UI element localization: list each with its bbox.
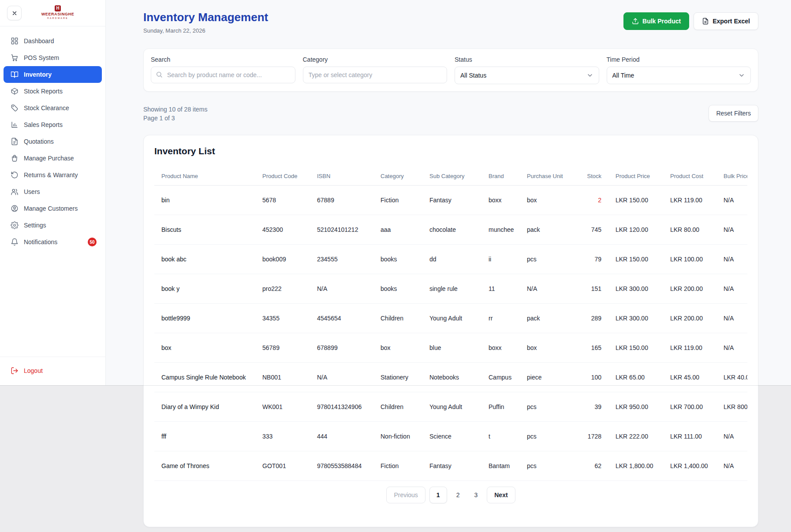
cell-code: 34355	[255, 304, 310, 333]
file-text-icon	[11, 138, 19, 145]
cell-name: book abc	[154, 245, 255, 274]
status-label: Status	[455, 56, 599, 63]
header-actions: Bulk Product Export Excel	[623, 12, 758, 30]
sidebar-item-label: Inventory	[24, 71, 52, 78]
inventory-list-title: Inventory List	[154, 146, 747, 156]
cart-icon	[11, 54, 19, 62]
sidebar-item-notifications[interactable]: Notifications50	[4, 234, 102, 250]
cell-price: LKR 150.00	[608, 333, 663, 363]
column-header-product-price: Product Price	[608, 169, 663, 186]
cell-unit: box	[520, 333, 576, 363]
search-icon	[156, 71, 163, 78]
users-icon	[11, 188, 19, 196]
sidebar-item-manage-customers[interactable]: Manage Customers	[4, 200, 102, 217]
page-button-2[interactable]: 2	[451, 487, 465, 503]
sidebar-item-settings[interactable]: Settings	[4, 217, 102, 234]
table-row[interactable]: fff333444Non-fictionSciencetpcs1728LKR 2…	[154, 422, 747, 451]
summary-row: Showing 10 of 28 items Page 1 of 3 Reset…	[143, 105, 758, 123]
cell-cost: LKR 100.00	[663, 245, 716, 274]
cell-code: pro222	[255, 274, 310, 304]
category-label: Category	[303, 56, 448, 63]
table-row[interactable]: Game of ThronesGOT0019780553588484Fictio…	[154, 451, 747, 481]
cell-name: fff	[154, 422, 255, 451]
cell-isbn: 9780553588484	[310, 451, 373, 481]
gear-icon	[11, 221, 19, 229]
sidebar-item-users[interactable]: Users	[4, 183, 102, 200]
cell-brand: boxx	[481, 333, 520, 363]
page-button-3[interactable]: 3	[469, 487, 483, 503]
sidebar-item-stock-reports[interactable]: Stock Reports	[4, 83, 102, 100]
sidebar-item-sales-reports[interactable]: Sales Reports	[4, 116, 102, 133]
cell-price: LKR 950.00	[608, 392, 663, 422]
table-row[interactable]: box56789678899boxblueboxxbox165LKR 150.0…	[154, 333, 747, 363]
table-row[interactable]: Campus Single Rule NotebookNB001N/AStati…	[154, 363, 747, 392]
upload-icon	[632, 18, 639, 25]
table-row[interactable]: book ypro222N/Abookssingle rule11N/A151L…	[154, 274, 747, 304]
table-scroll-container[interactable]: Product NameProduct CodeISBNCategorySub …	[154, 169, 747, 481]
reset-filters-button[interactable]: Reset Filters	[709, 105, 758, 122]
rotate-ccw-icon	[11, 171, 19, 179]
cell-cost: LKR 200.00	[663, 304, 716, 333]
cell-code: 5678	[255, 186, 310, 215]
status-select[interactable]: All Status	[455, 67, 599, 84]
cell-code: 333	[255, 422, 310, 451]
bulk-product-button[interactable]: Bulk Product	[623, 12, 689, 30]
sidebar-nav: DashboardPOS SystemInventoryStock Report…	[0, 26, 105, 250]
cell-category: books	[373, 274, 422, 304]
sidebar-item-label: Sales Reports	[24, 121, 63, 128]
items-count-text: Showing 10 of 28 items	[143, 105, 208, 114]
category-input[interactable]	[303, 67, 448, 83]
table-row[interactable]: book abcbook009234555booksddiipcs79LKR 1…	[154, 245, 747, 274]
bell-icon	[11, 238, 19, 246]
sidebar-item-pos-system[interactable]: POS System	[4, 49, 102, 66]
cell-category: Children	[373, 304, 422, 333]
cell-sub: Science	[422, 422, 481, 451]
logout-button[interactable]: Logout	[0, 363, 105, 378]
cell-sub: Fantasy	[422, 451, 481, 481]
table-row[interactable]: Biscuts452300521024101212aaachocolatemun…	[154, 215, 747, 245]
cell-brand: 11	[481, 274, 520, 304]
close-icon	[11, 10, 18, 16]
export-excel-button[interactable]: Export Excel	[694, 12, 758, 30]
cell-brand: boxx	[481, 186, 520, 215]
cell-sub: Fantasy	[422, 186, 481, 215]
column-header-product-code: Product Code	[255, 169, 310, 186]
logout-icon	[11, 367, 19, 375]
status-field-group: Status All Status	[455, 56, 599, 84]
next-page-button[interactable]: Next	[487, 487, 515, 503]
time-period-select-value: All Time	[612, 72, 634, 79]
search-input[interactable]	[151, 67, 295, 83]
chevron-down-icon	[738, 72, 745, 79]
sidebar-item-label: POS System	[24, 54, 59, 61]
sidebar-item-label: Stock Clearance	[24, 104, 69, 112]
sidebar-item-quotations[interactable]: Quotations	[4, 133, 102, 150]
cell-cost: LKR 111.00	[663, 422, 716, 451]
sidebar-close-button[interactable]	[7, 6, 22, 20]
cell-brand: munchee	[481, 215, 520, 245]
cell-price: LKR 150.00	[608, 245, 663, 274]
previous-page-button[interactable]: Previous	[386, 487, 425, 503]
cell-brand: Bantam	[481, 451, 520, 481]
sidebar: H WEERASINGHE HARDWARE DashboardPOS Syst…	[0, 0, 106, 385]
page-button-1[interactable]: 1	[429, 487, 447, 503]
cell-stock: 39	[576, 392, 608, 422]
sidebar-header: H WEERASINGHE HARDWARE	[0, 0, 105, 26]
cell-isbn: N/A	[310, 363, 373, 392]
sidebar-item-returns-warranty[interactable]: Returns & Warranty	[4, 167, 102, 183]
sidebar-item-inventory[interactable]: Inventory	[4, 66, 102, 83]
table-row[interactable]: Diary of a Wimpy KidWK0019780141324906Ch…	[154, 392, 747, 422]
logo-title: WEERASINGHE	[34, 12, 82, 16]
sidebar-item-manage-purchase[interactable]: Manage Purchase	[4, 150, 102, 167]
table-row[interactable]: bottle9999343554545654ChildrenYoung Adul…	[154, 304, 747, 333]
table-row[interactable]: bin567867889FictionFantasyboxxbox2LKR 15…	[154, 186, 747, 215]
bulk-product-label: Bulk Product	[642, 18, 681, 25]
column-header-stock: Stock	[576, 169, 608, 186]
time-period-select[interactable]: All Time	[607, 67, 751, 84]
sidebar-item-label: Returns & Warranty	[24, 171, 78, 179]
cell-category: Children	[373, 392, 422, 422]
sidebar-item-stock-clearance[interactable]: Stock Clearance	[4, 100, 102, 116]
cell-code: 56789	[255, 333, 310, 363]
sidebar-item-label: Stock Reports	[24, 88, 63, 95]
sidebar-item-dashboard[interactable]: Dashboard	[4, 33, 102, 49]
cell-isbn: 521024101212	[310, 215, 373, 245]
